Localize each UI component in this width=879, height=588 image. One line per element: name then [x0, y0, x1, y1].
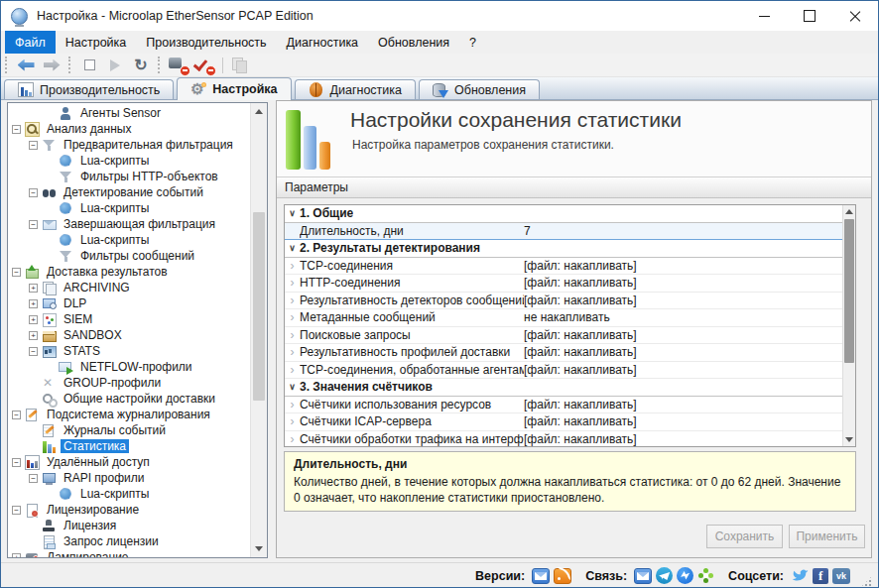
- tree-item[interactable]: − Доставка результатов: [8, 264, 267, 280]
- toolbar-grip[interactable]: [158, 57, 160, 73]
- tree-expander[interactable]: +: [12, 553, 21, 559]
- parameter-row[interactable]: › Счётчики ICAP-сервера [файл: накаплива…: [285, 413, 842, 431]
- parameter-value[interactable]: [файл: накапливать]: [524, 363, 842, 377]
- row-chevron-icon[interactable]: ∨: [285, 241, 300, 255]
- parameter-value[interactable]: [файл: накапливать]: [524, 294, 842, 307]
- parameter-row[interactable]: › Счётчики использования ресурсов [файл:…: [285, 397, 842, 414]
- table-scrollbar[interactable]: [842, 205, 855, 446]
- tree-item[interactable]: NETFLOW-профили: [8, 359, 267, 375]
- scroll-up-arrow[interactable]: [843, 205, 855, 218]
- tree-expander[interactable]: −: [12, 506, 21, 515]
- tree-item[interactable]: Фильтры сообщений: [8, 248, 267, 264]
- tab[interactable]: Обновления: [419, 79, 540, 99]
- apply-button[interactable]: Применить: [789, 525, 865, 548]
- parameter-value[interactable]: [файл: накапливать]: [524, 328, 842, 342]
- tree-expander[interactable]: −: [12, 268, 21, 277]
- resize-grip[interactable]: [860, 575, 873, 588]
- tree-item[interactable]: − STATS: [8, 343, 267, 359]
- tree-item[interactable]: GROUP-профили: [8, 375, 267, 391]
- tree-expander[interactable]: −: [29, 347, 38, 356]
- scroll-up-arrow[interactable]: [251, 103, 267, 120]
- minimize-button[interactable]: [741, 1, 787, 31]
- rss-icon[interactable]: [554, 568, 571, 584]
- tree-expander[interactable]: +: [29, 299, 38, 308]
- tree-item[interactable]: − Лицензирование: [8, 502, 267, 518]
- tree-item[interactable]: + SANDBOX: [8, 327, 267, 343]
- parameter-row[interactable]: ∨ 2. Результаты детектирования: [285, 240, 842, 258]
- parameter-value[interactable]: [файл: накапливать]: [524, 259, 842, 273]
- tree-item[interactable]: Lua-скрипты: [8, 232, 267, 248]
- tree-item[interactable]: − Удалённый доступ: [8, 454, 267, 470]
- paste-button[interactable]: [228, 55, 254, 76]
- back-button[interactable]: [13, 55, 39, 76]
- toolbar-grip[interactable]: [68, 57, 70, 73]
- parameter-row[interactable]: › HTTP-соединения [файл: накапливать]: [285, 275, 842, 293]
- menu-item[interactable]: Диагностика: [277, 31, 368, 54]
- parameter-value[interactable]: [файл: накапливать]: [524, 345, 842, 359]
- row-chevron-icon[interactable]: ∨: [285, 206, 300, 220]
- parameter-row[interactable]: › TCP-соединения, обработанные агентами …: [285, 362, 842, 380]
- stop-service-button[interactable]: [76, 55, 102, 76]
- tree-item[interactable]: Фильтры HTTP-объектов: [8, 169, 267, 184]
- tree-item[interactable]: Статистика: [8, 438, 267, 454]
- icq-flower-icon[interactable]: [697, 567, 714, 584]
- parameter-row[interactable]: › Поисковые запросы [файл: накапливать]: [285, 327, 842, 345]
- tree-expander[interactable]: −: [12, 125, 21, 134]
- tree-scrollbar[interactable]: [250, 103, 267, 557]
- row-chevron-icon[interactable]: ›: [285, 328, 300, 342]
- tree-item[interactable]: + ARCHIVING: [8, 280, 267, 295]
- mail-icon[interactable]: [634, 568, 652, 584]
- parameter-row[interactable]: › Результативность детекторов сообщений …: [285, 293, 842, 310]
- parameter-value[interactable]: [файл: накапливать]: [524, 414, 842, 428]
- stop-capture-button[interactable]: [166, 55, 191, 76]
- parameter-row[interactable]: ∨ 1. Общие: [285, 205, 842, 223]
- tree-item[interactable]: Lua-скрипты: [8, 153, 267, 169]
- stop-lua-scripts-button[interactable]: [191, 55, 217, 76]
- tree-expander[interactable]: −: [12, 458, 21, 467]
- row-chevron-icon[interactable]: ›: [285, 276, 300, 290]
- menu-item[interactable]: Обновления: [368, 31, 459, 54]
- tree-item[interactable]: Журналы событий: [8, 422, 267, 438]
- parameter-value[interactable]: [файл: накапливать]: [524, 276, 842, 290]
- toolbar-grip[interactable]: [5, 57, 7, 73]
- tree-expander[interactable]: −: [12, 411, 21, 419]
- menu-item[interactable]: Файл: [5, 31, 56, 54]
- tree-expander[interactable]: −: [29, 141, 38, 150]
- tab[interactable]: Производительность: [4, 79, 174, 99]
- save-button[interactable]: Сохранить: [706, 525, 783, 548]
- row-chevron-icon[interactable]: ›: [285, 345, 300, 359]
- row-chevron-icon[interactable]: ›: [285, 294, 300, 307]
- messenger-icon[interactable]: [677, 567, 693, 584]
- parameter-value[interactable]: не накапливать: [524, 310, 842, 324]
- tab[interactable]: Настройка: [177, 77, 291, 100]
- row-chevron-icon[interactable]: ›: [285, 310, 300, 324]
- tree-item[interactable]: Lua-скрипты: [8, 200, 267, 216]
- tree-expander[interactable]: +: [29, 315, 38, 324]
- scroll-down-arrow[interactable]: [251, 540, 267, 557]
- mail-icon[interactable]: [532, 568, 550, 584]
- tree-item[interactable]: − Анализ данных: [8, 121, 267, 137]
- tree-expander[interactable]: +: [29, 331, 38, 340]
- tree-item[interactable]: Запрос лицензии: [8, 533, 267, 549]
- tree-item[interactable]: + SIEM: [8, 311, 267, 327]
- forward-button[interactable]: [39, 55, 64, 76]
- tree-item[interactable]: Лицензия: [8, 518, 267, 533]
- parameter-row[interactable]: › Метаданные сообщений не накапливать: [285, 309, 842, 327]
- tree-item[interactable]: + DLP: [8, 295, 267, 311]
- parameter-row[interactable]: › TCP-соединения [файл: накапливать]: [285, 258, 842, 276]
- menu-item[interactable]: Настройка: [56, 31, 137, 54]
- tree-item[interactable]: − RAPI профили: [8, 470, 267, 486]
- parameter-row[interactable]: Длительность, дни 7: [285, 223, 842, 241]
- tree-item[interactable]: Общие настройки доставки: [8, 391, 267, 407]
- tree-expander[interactable]: −: [29, 188, 38, 197]
- tree-item[interactable]: − Подсистема журналирования: [8, 407, 267, 422]
- start-service-button[interactable]: [102, 55, 128, 76]
- tree-item[interactable]: − Завершающая фильтрация: [8, 216, 267, 232]
- menu-item[interactable]: Производительность: [136, 31, 276, 54]
- parameter-value[interactable]: [файл: накапливать]: [524, 398, 842, 412]
- tab[interactable]: Диагностика: [295, 79, 416, 99]
- row-chevron-icon[interactable]: ∨: [285, 380, 300, 394]
- tree-item[interactable]: Lua-скрипты: [8, 486, 267, 502]
- tree-item[interactable]: − Предварительная фильтрация: [8, 137, 267, 153]
- vk-icon[interactable]: [832, 568, 850, 584]
